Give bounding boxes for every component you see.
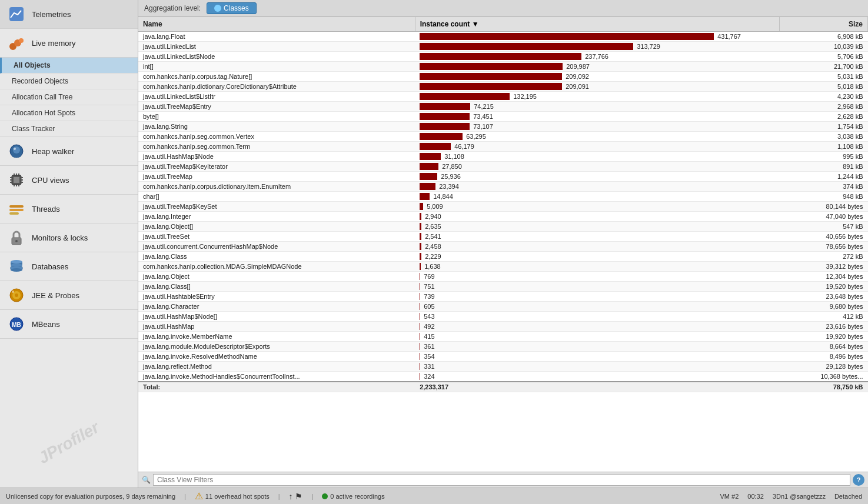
cell-name: java.lang.Object[]	[138, 222, 415, 232]
table-row[interactable]: java.util.TreeSet2,54140,656 bytes	[138, 232, 868, 242]
table-row[interactable]: java.util.HashMap$Node31,108995 kB	[138, 152, 868, 162]
sidebar-item-live-memory[interactable]: Live memory	[0, 29, 138, 58]
col-header-count[interactable]: Instance count ▼	[415, 17, 780, 32]
sidebar-item-all-objects[interactable]: All Objects	[0, 58, 138, 74]
status-separator-2: |	[278, 493, 280, 500]
table-row[interactable]: com.hankcs.hanlp.seg.common.Term46,1791,…	[138, 142, 868, 152]
table-row[interactable]: java.util.TreeMap25,9361,244 kB	[138, 172, 868, 182]
cell-count: 751	[415, 282, 780, 292]
count-value: 209,092	[566, 73, 589, 80]
status-separator-1: |	[184, 493, 186, 500]
col-header-name[interactable]: Name	[138, 17, 415, 32]
col-header-size[interactable]: Size	[780, 17, 868, 32]
cell-size: 6,908 kB	[780, 32, 868, 42]
table-row[interactable]: java.util.TreeMap$KeyIterator27,850891 k…	[138, 162, 868, 172]
count-bar	[420, 73, 562, 80]
cell-count: 73,451	[415, 112, 780, 122]
table-row[interactable]: java.util.HashMap$Node[]543412 kB	[138, 312, 868, 322]
count-value: 46,179	[454, 143, 474, 150]
cell-size: 2,968 kB	[780, 102, 868, 112]
table-row[interactable]: java.lang.reflect.Method33129,128 bytes	[138, 362, 868, 372]
table-row[interactable]: java.util.HashMap49223,616 bytes	[138, 322, 868, 332]
filter-bar: 🔍 ?	[138, 472, 868, 488]
table-row[interactable]: java.lang.Character6059,680 bytes	[138, 302, 868, 312]
cell-size: 2,628 kB	[780, 112, 868, 122]
count-value: 5,009	[427, 203, 443, 210]
table-row[interactable]: char[]14,844948 kB	[138, 192, 868, 202]
table-row[interactable]: java.util.LinkedList313,72910,039 kB	[138, 42, 868, 52]
cell-size: 9,680 bytes	[780, 302, 868, 312]
table-row[interactable]: java.util.concurrent.ConcurrentHashMap$N…	[138, 242, 868, 252]
cell-size: 272 kB	[780, 252, 868, 262]
table-row[interactable]: java.lang.Class[]75119,520 bytes	[138, 282, 868, 292]
table-row[interactable]: com.hankcs.hanlp.collection.MDAG.SimpleM…	[138, 262, 868, 272]
table-row[interactable]: com.hankcs.hanlp.corpus.tag.Nature[]209,…	[138, 72, 868, 82]
sidebar-item-jee-probes[interactable]: JEE & Probes	[0, 281, 138, 310]
time-display: 00:32	[747, 493, 764, 500]
objects-table-container[interactable]: Name Instance count ▼ Size java.lang.Flo…	[138, 17, 868, 472]
table-row[interactable]: byte[]73,4512,628 kB	[138, 112, 868, 122]
cell-name: com.hankcs.hanlp.corpus.tag.Nature[]	[138, 72, 415, 82]
count-bar	[420, 113, 470, 120]
sidebar-item-cpu-views[interactable]: CPU views	[0, 166, 138, 195]
table-row[interactable]: com.hankcs.hanlp.dictionary.CoreDictiona…	[138, 82, 868, 92]
table-row[interactable]: java.util.TreeMap$KeySet5,00980,144 byte…	[138, 202, 868, 212]
monitors-icon	[7, 228, 26, 247]
count-bar	[420, 43, 633, 50]
table-row[interactable]: java.lang.invoke.MemberName41519,920 byt…	[138, 332, 868, 342]
sidebar-item-heap-walker[interactable]: Heap walker	[0, 137, 138, 166]
sidebar-item-databases[interactable]: Databases	[0, 252, 138, 281]
table-row[interactable]: com.hankcs.hanlp.corpus.dictionary.item.…	[138, 182, 868, 192]
count-value: 751	[424, 283, 434, 290]
table-row[interactable]: int[]209,98721,700 kB	[138, 62, 868, 72]
filter-help-button[interactable]: ?	[853, 474, 864, 486]
table-row[interactable]: java.util.TreeMap$Entry74,2152,968 kB	[138, 102, 868, 112]
nav-arrows[interactable]: ↑ ⚑	[289, 492, 303, 501]
sidebar-item-allocation-call-tree[interactable]: Allocation Call Tree	[0, 89, 138, 105]
table-row[interactable]: java.lang.module.ModuleDescriptor$Export…	[138, 342, 868, 352]
count-value: 132,195	[513, 93, 537, 100]
table-row[interactable]: java.lang.Object[]2,635547 kB	[138, 222, 868, 232]
content-area: Aggregation level: Classes Name Instance…	[138, 0, 868, 488]
sidebar-item-class-tracker[interactable]: Class Tracker	[0, 121, 138, 137]
cell-name: byte[]	[138, 112, 415, 122]
table-row[interactable]: java.lang.Integer2,94047,040 bytes	[138, 212, 868, 222]
sidebar-monitors-locks-label: Monitors & locks	[32, 233, 88, 242]
count-value: 1,638	[424, 263, 441, 270]
count-value: 431,767	[717, 33, 741, 40]
class-filter-input[interactable]	[153, 474, 850, 486]
count-value: 2,541	[425, 233, 441, 240]
hot-spots-status: ⚠ 11 overhead hot spots	[195, 490, 270, 502]
sidebar-item-allocation-hot-spots[interactable]: Allocation Hot Spots	[0, 105, 138, 121]
table-row[interactable]: java.util.LinkedList$ListItr132,1954,230…	[138, 92, 868, 102]
sidebar-live-memory-label: Live memory	[32, 39, 75, 48]
table-row[interactable]: java.lang.Float431,7676,908 kB	[138, 32, 868, 42]
sidebar-item-telemetries[interactable]: Telemetries	[0, 0, 138, 29]
db-icon	[7, 257, 26, 276]
count-value: 2,229	[425, 253, 441, 260]
table-row[interactable]: java.lang.String73,1071,754 kB	[138, 122, 868, 132]
sidebar-item-monitors-locks[interactable]: Monitors & locks	[0, 223, 138, 252]
cell-name: java.lang.String	[138, 122, 415, 132]
sidebar-heap-walker-label: Heap walker	[32, 147, 74, 156]
cell-count: 237,766	[415, 52, 780, 62]
table-row[interactable]: java.util.Hashtable$Entry73923,648 bytes	[138, 292, 868, 302]
sidebar-item-mbeans[interactable]: MB MBeans	[0, 310, 138, 339]
table-row[interactable]: java.lang.Class2,229272 kB	[138, 252, 868, 262]
sidebar-item-recorded-objects[interactable]: Recorded Objects	[0, 74, 138, 89]
count-bar	[420, 223, 421, 230]
table-row[interactable]: java.lang.invoke.MethodHandles$Concurren…	[138, 372, 868, 382]
count-bar	[420, 353, 420, 360]
table-row[interactable]: java.util.LinkedList$Node237,7665,706 kB	[138, 52, 868, 62]
cell-size: 3,038 kB	[780, 132, 868, 142]
count-bar	[420, 123, 470, 130]
cell-size: 1,754 kB	[780, 122, 868, 132]
table-row[interactable]: java.lang.invoke.ResolvedMethodName3548,…	[138, 352, 868, 362]
cell-size: 23,616 bytes	[780, 322, 868, 332]
cell-name: int[]	[138, 62, 415, 72]
sidebar-item-threads[interactable]: Threads	[0, 195, 138, 223]
table-row[interactable]: com.hankcs.hanlp.seg.common.Vertex63,295…	[138, 132, 868, 142]
table-row[interactable]: java.lang.Object76912,304 bytes	[138, 272, 868, 282]
aggregation-classes-button[interactable]: Classes	[207, 2, 257, 14]
cell-name: com.hankcs.hanlp.dictionary.CoreDictiona…	[138, 82, 415, 92]
